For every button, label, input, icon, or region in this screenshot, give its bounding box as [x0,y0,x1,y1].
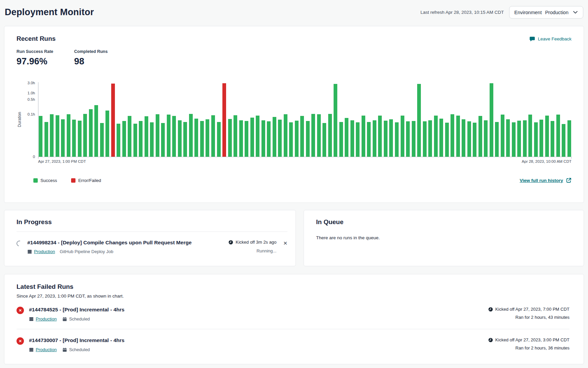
run-bar[interactable] [478,116,482,157]
run-bar[interactable] [534,122,538,157]
run-bar[interactable] [423,121,427,157]
run-bar[interactable] [334,84,337,157]
run-bar[interactable] [473,123,476,157]
run-bar[interactable] [506,119,510,157]
run-bar[interactable] [239,120,243,157]
run-bar[interactable] [261,120,265,157]
run-bar[interactable] [345,118,348,157]
run-bar[interactable] [150,122,154,157]
run-bar[interactable] [206,119,209,157]
run-bar[interactable] [100,123,104,157]
run-bar[interactable] [128,116,131,157]
run-bar[interactable] [122,121,126,157]
run-bar[interactable] [412,121,415,157]
run-bar[interactable] [545,116,549,157]
run-bar[interactable] [178,120,182,157]
run-bar[interactable] [384,121,388,157]
run-bar[interactable] [339,122,343,157]
run-bar[interactable] [133,124,137,157]
run-bar[interactable] [56,115,59,157]
run-bar[interactable] [539,120,543,157]
run-bar[interactable] [111,84,115,157]
run-bar[interactable] [72,120,76,157]
run-bar[interactable] [462,119,465,157]
run-bar[interactable] [451,114,454,157]
run-bar[interactable] [484,120,488,157]
run-bar[interactable] [83,114,87,157]
run-bar[interactable] [39,116,42,157]
run-bar[interactable] [362,116,365,157]
run-bar[interactable] [61,119,65,157]
run-bar[interactable] [289,122,293,157]
run-bar[interactable] [456,116,460,157]
run-bar[interactable] [189,114,193,157]
run-bar[interactable] [89,109,93,157]
run-bar[interactable] [556,115,560,157]
run-bar[interactable] [434,116,438,157]
run-bar[interactable] [428,120,432,157]
run-bar[interactable] [567,120,571,157]
environment-selector[interactable]: Environment Production [509,6,583,19]
run-bar[interactable] [389,119,393,157]
run-bar[interactable] [367,122,371,157]
run-bar[interactable] [228,119,232,157]
run-bar[interactable] [222,83,226,157]
environment-link[interactable]: Production [27,249,55,254]
run-bar[interactable] [200,121,204,157]
run-bar[interactable] [306,121,310,157]
run-bar[interactable] [234,115,237,157]
run-bar[interactable] [250,118,254,157]
run-bar[interactable] [284,114,287,157]
run-bar[interactable] [267,121,271,157]
run-bar[interactable] [311,114,315,157]
run-bar[interactable] [245,121,248,157]
run-bar[interactable] [94,105,98,157]
run-bar[interactable] [256,116,259,157]
run-bar[interactable] [78,121,82,157]
run-bar[interactable] [356,122,360,157]
run-bar[interactable] [517,121,521,157]
run-bar[interactable] [167,115,171,157]
run-bar[interactable] [328,114,332,157]
run-bar[interactable] [67,114,70,157]
run-bar[interactable] [562,124,565,157]
run-bar[interactable] [139,121,143,157]
run-bar[interactable] [445,123,449,157]
run-bar[interactable] [194,119,198,157]
run-bar[interactable] [217,122,221,157]
run-bar[interactable] [490,83,493,157]
run-bar[interactable] [401,116,404,157]
run-bar[interactable] [495,122,499,157]
run-bar[interactable] [44,122,48,157]
run-bar[interactable] [172,116,176,157]
view-full-run-history-link[interactable]: View full run history [520,178,571,183]
run-bar[interactable] [211,115,215,157]
environment-link[interactable]: Production [29,316,57,321]
run-bar[interactable] [183,122,187,157]
close-icon[interactable]: ✕ [283,241,287,246]
run-bar[interactable] [322,123,326,157]
run-bar[interactable] [439,119,443,157]
environment-link[interactable]: Production [29,347,57,352]
run-bar[interactable] [161,123,165,157]
run-bar[interactable] [317,114,321,157]
run-bar[interactable] [467,121,471,157]
chart-plot-area[interactable] [38,82,571,157]
run-bar[interactable] [501,115,504,157]
run-bar[interactable] [273,117,276,157]
run-bar[interactable] [395,122,399,157]
leave-feedback-link[interactable]: Leave Feedback [529,36,571,42]
run-bar[interactable] [295,121,299,157]
run-bar[interactable] [406,121,410,157]
run-bar[interactable] [373,120,376,157]
run-bar[interactable] [50,114,54,157]
run-bar[interactable] [117,124,120,157]
run-bar[interactable] [378,116,382,157]
run-bar[interactable] [145,116,148,157]
run-bar[interactable] [105,111,109,157]
run-bar[interactable] [156,114,159,157]
run-bar[interactable] [417,84,421,157]
run-bar[interactable] [350,120,354,157]
run-bar[interactable] [512,122,516,157]
run-bar[interactable] [523,120,527,157]
